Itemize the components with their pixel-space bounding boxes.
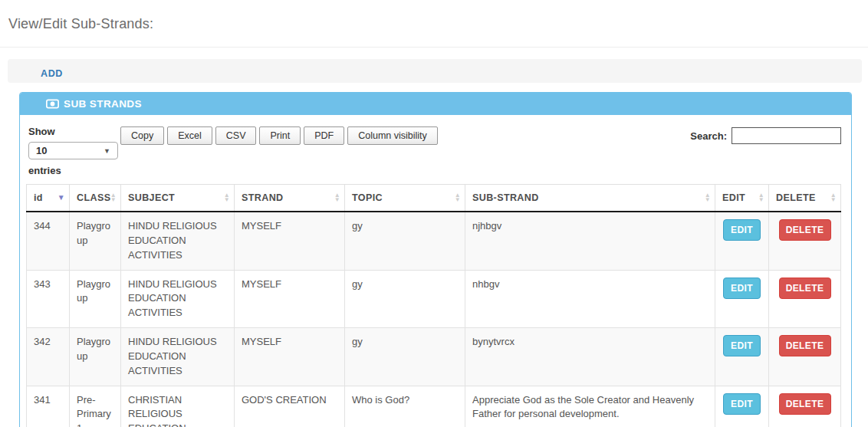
table-row: 342PlaygroupHINDU RELIGIOUS EDUCATION AC… bbox=[27, 328, 841, 386]
cell-topic: gy bbox=[345, 270, 465, 328]
cell-subject: CHRISTIAN RELIGIOUS EDUCATION ACTIVITIES bbox=[121, 386, 235, 427]
column-header-id[interactable]: id▼ bbox=[27, 185, 70, 212]
edit-button[interactable]: EDIT bbox=[723, 219, 761, 241]
column-label: TOPIC bbox=[352, 192, 383, 203]
cell-id: 343 bbox=[27, 270, 70, 328]
export-button-excel[interactable]: Excel bbox=[167, 126, 212, 145]
panel-header: SUB STRANDS bbox=[20, 93, 851, 115]
sort-both-icon: ▲▼ bbox=[830, 193, 837, 202]
sort-both-icon: ▲▼ bbox=[758, 193, 764, 202]
cell-topic: gy bbox=[345, 328, 465, 386]
cell-edit: EDIT bbox=[715, 212, 769, 270]
chevron-down-icon: ▼ bbox=[104, 147, 110, 155]
cell-strand: MYSELF bbox=[235, 212, 345, 270]
page-title: View/Edit Sub-Strands: bbox=[0, 0, 868, 47]
edit-button[interactable]: EDIT bbox=[723, 278, 761, 299]
cell-delete: DELETE bbox=[769, 270, 841, 328]
delete-button[interactable]: DELETE bbox=[779, 335, 831, 356]
sort-both-icon: ▲▼ bbox=[705, 193, 711, 202]
add-button[interactable]: ADD bbox=[41, 68, 63, 79]
column-label: id bbox=[34, 192, 43, 203]
export-button-copy[interactable]: Copy bbox=[120, 126, 164, 145]
cell-edit: EDIT bbox=[715, 386, 769, 427]
panel-body: Show 10 ▼ entries CopyExcelCSVPrintPDFCo… bbox=[20, 115, 851, 427]
table-row: 343PlaygroupHINDU RELIGIOUS EDUCATION AC… bbox=[27, 270, 841, 328]
column-header-delete[interactable]: DELETE▲▼ bbox=[769, 185, 841, 212]
cell-sub-strand: njhbgv bbox=[465, 212, 715, 270]
export-button-column-visibility[interactable]: Column visibility bbox=[347, 126, 438, 145]
cell-strand: GOD'S CREATION bbox=[235, 386, 345, 427]
sort-both-icon: ▲▼ bbox=[334, 193, 340, 202]
export-button-print[interactable]: Print bbox=[259, 126, 301, 145]
delete-button[interactable]: DELETE bbox=[779, 278, 831, 299]
cell-subject: HINDU RELIGIOUS EDUCATION ACTIVITIES bbox=[121, 212, 235, 270]
cell-subject: HINDU RELIGIOUS EDUCATION ACTIVITIES bbox=[121, 270, 235, 328]
search-control: Search: bbox=[690, 126, 841, 144]
page-length-select[interactable]: 10 ▼ bbox=[28, 142, 118, 159]
add-bar: ADD bbox=[8, 59, 862, 83]
entries-label: entries bbox=[28, 165, 120, 176]
edit-button[interactable]: EDIT bbox=[723, 335, 761, 356]
cell-delete: DELETE bbox=[769, 212, 841, 270]
page-length-control: Show 10 ▼ entries bbox=[28, 126, 120, 176]
column-header-subject[interactable]: SUBJECT▲▼ bbox=[121, 185, 235, 212]
table-header-row: id▼CLASS▲▼SUBJECT▲▼STRAND▲▼TOPIC▲▼SUB-ST… bbox=[27, 185, 841, 212]
table-row: 341Pre-Primary 1CHRISTIAN RELIGIOUS EDUC… bbox=[27, 386, 841, 427]
cell-delete: DELETE bbox=[769, 328, 841, 386]
column-label: EDIT bbox=[722, 192, 745, 203]
sub-strands-panel: SUB STRANDS Show 10 ▼ entries CopyExcelC… bbox=[19, 92, 852, 427]
cell-topic: gy bbox=[345, 212, 465, 270]
column-header-strand[interactable]: STRAND▲▼ bbox=[235, 185, 345, 212]
cell-class: Playgroup bbox=[70, 328, 121, 386]
cell-strand: MYSELF bbox=[235, 270, 345, 328]
show-label: Show bbox=[28, 126, 120, 137]
sort-both-icon: ▲▼ bbox=[455, 193, 461, 202]
cell-sub-strand: Appreciate God as the Sole Creator and H… bbox=[465, 386, 715, 427]
sort-both-icon: ▲▼ bbox=[224, 193, 230, 202]
column-header-class[interactable]: CLASS▲▼ bbox=[70, 185, 121, 212]
cell-subject: HINDU RELIGIOUS EDUCATION ACTIVITIES bbox=[121, 328, 235, 386]
sub-strands-table: id▼CLASS▲▼SUBJECT▲▼STRAND▲▼TOPIC▲▼SUB-ST… bbox=[26, 184, 841, 427]
cell-topic: Who is God? bbox=[345, 386, 465, 427]
sort-desc-icon: ▼ bbox=[58, 195, 65, 201]
cell-edit: EDIT bbox=[715, 328, 769, 386]
cell-id: 342 bbox=[27, 328, 70, 386]
cell-sub-strand: nhbgv bbox=[465, 270, 715, 328]
column-label: SUB-STRAND bbox=[472, 192, 539, 203]
cell-delete: DELETE bbox=[769, 386, 841, 427]
column-header-sub-strand[interactable]: SUB-STRAND▲▼ bbox=[465, 185, 715, 212]
edit-button[interactable]: EDIT bbox=[723, 393, 761, 415]
panel-title: SUB STRANDS bbox=[64, 98, 142, 110]
delete-button[interactable]: DELETE bbox=[779, 393, 831, 415]
sort-both-icon: ▲▼ bbox=[110, 193, 117, 202]
page-length-value: 10 bbox=[36, 145, 47, 156]
search-label: Search: bbox=[690, 130, 727, 142]
export-button-pdf[interactable]: PDF bbox=[304, 126, 344, 145]
export-button-csv[interactable]: CSV bbox=[215, 126, 257, 145]
export-buttons-toolbar: CopyExcelCSVPrintPDFColumn visibility bbox=[120, 126, 690, 145]
divider bbox=[0, 47, 868, 48]
column-header-edit[interactable]: EDIT▲▼ bbox=[715, 185, 769, 212]
cell-edit: EDIT bbox=[715, 270, 769, 328]
column-label: STRAND bbox=[242, 192, 283, 203]
column-label: SUBJECT bbox=[128, 192, 175, 203]
search-input[interactable] bbox=[732, 127, 841, 144]
cell-class: Playgroup bbox=[70, 212, 121, 270]
column-header-topic[interactable]: TOPIC▲▼ bbox=[345, 185, 465, 212]
column-label: CLASS bbox=[77, 192, 110, 203]
cell-sub-strand: bynytvrcx bbox=[465, 328, 715, 386]
table-row: 344PlaygroupHINDU RELIGIOUS EDUCATION AC… bbox=[27, 212, 841, 270]
cell-class: Pre-Primary 1 bbox=[70, 386, 121, 427]
money-bill-icon bbox=[46, 99, 59, 109]
column-label: DELETE bbox=[776, 192, 816, 203]
delete-button[interactable]: DELETE bbox=[779, 219, 831, 241]
cell-strand: MYSELF bbox=[235, 328, 345, 386]
cell-id: 341 bbox=[27, 386, 70, 427]
cell-class: Playgroup bbox=[70, 270, 121, 328]
cell-id: 344 bbox=[27, 212, 70, 270]
